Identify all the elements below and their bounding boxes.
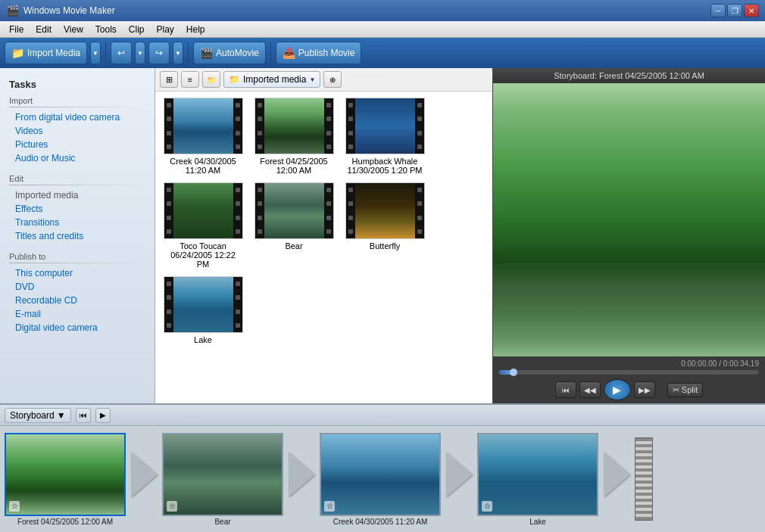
preview-progress-bar[interactable] [499, 370, 759, 375]
story-clip-lake[interactable]: ☆ Lake [477, 433, 598, 526]
preview-progress-thumb[interactable] [510, 369, 517, 376]
import-media-arrow[interactable]: ▼ [90, 42, 101, 64]
preview-time-display: 0:00:00.00 / 0:00:34.19 [499, 359, 759, 368]
location-dropdown[interactable]: 📁 Imported media ▼ [223, 71, 320, 88]
story-thumb-creek[interactable]: ☆ [320, 433, 441, 516]
undo-icon: ↩ [117, 48, 125, 58]
sidebar-link-email[interactable]: E-mail [0, 307, 155, 321]
split-button[interactable]: ✂ Split [667, 383, 703, 397]
minimize-button[interactable]: ─ [710, 4, 726, 17]
storyboard-content: ☆ Forest 04/25/2005 12:00 AM ☆ Bear ☆ Cr… [0, 426, 765, 532]
list-item[interactable]: Lake [161, 276, 245, 344]
close-button[interactable]: ✕ [744, 4, 759, 17]
film-strip-left [164, 183, 173, 238]
publish-movie-button[interactable]: 📤 Publish Movie [276, 42, 362, 64]
separator-1 [105, 42, 106, 64]
undo-arrow[interactable]: ▼ [135, 42, 145, 64]
undo-button[interactable]: ↩ [111, 42, 132, 64]
media-grid: Creek 04/30/2005 11:20 AM [155, 92, 492, 403]
import-divider [9, 107, 145, 107]
story-thumb-forest[interactable]: ☆ [5, 433, 126, 516]
view-icons-button[interactable]: ⊞ [160, 71, 178, 88]
sidebar-link-pictures[interactable]: Pictures [0, 138, 155, 151]
restore-button[interactable]: ❐ [727, 4, 742, 17]
film-strip-right [233, 98, 242, 154]
list-item[interactable]: Humpback Whale 11/30/2005 1:20 PM [343, 98, 426, 175]
sidebar-link-videos[interactable]: Videos [0, 124, 155, 138]
list-item[interactable]: Butterfly [343, 182, 426, 269]
import-section-label: Import [0, 93, 155, 107]
list-item[interactable]: Toco Toucan 06/24/2005 12:22 PM [161, 182, 245, 269]
menu-file[interactable]: File [3, 23, 30, 36]
sidebar-link-effects[interactable]: Effects [0, 202, 155, 216]
play-button[interactable]: ▶ [604, 379, 631, 400]
navigate-back-button[interactable]: 📁 [202, 71, 220, 88]
view-options-button[interactable]: ⊕ [323, 71, 342, 88]
sidebar-link-titles[interactable]: Titles and credits [0, 229, 155, 243]
storyboard-dropdown[interactable]: Storyboard ▼ [5, 408, 71, 423]
content-area: ⊞ ≡ 📁 📁 Imported media ▼ ⊕ [155, 68, 492, 403]
storyboard-start-button[interactable]: ⏮ [76, 408, 91, 423]
film-strip-right [233, 277, 242, 332]
film-strip-left [255, 98, 264, 154]
media-thumb-butterfly[interactable] [345, 182, 425, 239]
media-thumb-toucan[interactable] [164, 182, 243, 239]
edit-section-label: Edit [0, 171, 155, 185]
sidebar: Tasks Import From digital video camera V… [0, 68, 155, 403]
storyboard-area: Storyboard ▼ ⏮ ▶ ☆ Forest 04/25/2005 12:… [0, 403, 765, 532]
story-end-strip[interactable] [635, 437, 653, 521]
edit-divider [9, 185, 145, 185]
film-strip-right [233, 183, 242, 238]
storyboard-play-button[interactable]: ▶ [95, 408, 111, 423]
list-item[interactable]: Creek 04/30/2005 11:20 AM [161, 98, 245, 175]
media-thumb-forest[interactable] [254, 98, 334, 154]
media-thumb-whale[interactable] [345, 98, 425, 154]
sidebar-link-transitions[interactable]: Transitions [0, 216, 155, 229]
film-strip-right [324, 183, 333, 238]
step-forward-button[interactable]: ▶▶ [634, 381, 655, 398]
import-media-button[interactable]: 📁 Import Media [5, 42, 87, 64]
sidebar-link-this-computer[interactable]: This computer [0, 266, 155, 280]
step-back-button[interactable]: ◀◀ [579, 381, 601, 398]
sidebar-link-recordable-cd[interactable]: Recordable CD [0, 294, 155, 307]
story-star-creek: ☆ [324, 501, 335, 512]
list-item[interactable]: Forest 04/25/2005 12:00 AM [252, 98, 336, 175]
preview-pane: Storyboard: Forest 04/25/2005 12:00 AM 0… [492, 68, 765, 403]
toolbar: 📁 Import Media ▼ ↩ ▼ ↪ ▼ 🎬 AutoMovie 📤 P… [0, 38, 765, 68]
story-thumb-bear[interactable]: ☆ [162, 433, 283, 516]
menu-help[interactable]: Help [180, 23, 211, 36]
menu-view[interactable]: View [58, 23, 89, 36]
automovie-button[interactable]: 🎬 AutoMovie [193, 42, 266, 64]
redo-button[interactable]: ↪ [148, 42, 170, 64]
title-bar: 🎬 Windows Movie Maker ─ ❐ ✕ [0, 0, 765, 21]
media-label-lake: Lake [194, 335, 212, 344]
publish-icon: 📤 [283, 47, 295, 59]
window-controls: ─ ❐ ✕ [710, 4, 759, 17]
rewind-button[interactable]: ⏮ [555, 381, 576, 398]
sidebar-link-audio[interactable]: Audio or Music [0, 151, 155, 165]
story-label-lake: Lake [529, 518, 546, 526]
story-clip-creek[interactable]: ☆ Creek 04/30/2005 11:20 AM [320, 433, 441, 526]
redo-arrow[interactable]: ▼ [173, 42, 183, 64]
view-list-button[interactable]: ≡ [181, 71, 199, 88]
story-clip-forest[interactable]: ☆ Forest 04/25/2005 12:00 AM [5, 433, 126, 526]
media-thumb-bear[interactable] [254, 182, 334, 239]
sidebar-link-digital-camera[interactable]: From digital video camera [0, 110, 155, 124]
media-thumb-lake[interactable] [164, 276, 243, 333]
media-thumb-creek[interactable] [164, 98, 243, 154]
import-icon: 📁 [11, 47, 24, 59]
main-layout: Tasks Import From digital video camera V… [0, 68, 765, 403]
story-clip-bear[interactable]: ☆ Bear [162, 433, 283, 526]
story-thumb-lake[interactable]: ☆ [477, 433, 598, 516]
menu-play[interactable]: Play [151, 23, 180, 36]
preview-controls: 0:00:00.00 / 0:00:34.19 ⏮ ◀◀ ▶ ▶▶ ✂ Spli… [493, 356, 765, 403]
list-item[interactable]: Bear [252, 182, 336, 269]
story-label-bear: Bear [214, 518, 230, 526]
storyboard-label: Storyboard [10, 410, 55, 421]
sidebar-link-dv-camera[interactable]: Digital video camera [0, 321, 155, 334]
film-strip-left [346, 183, 355, 238]
sidebar-link-dvd[interactable]: DVD [0, 280, 155, 294]
menu-clip[interactable]: Clip [123, 23, 151, 36]
menu-tools[interactable]: Tools [89, 23, 123, 36]
menu-edit[interactable]: Edit [30, 23, 58, 36]
